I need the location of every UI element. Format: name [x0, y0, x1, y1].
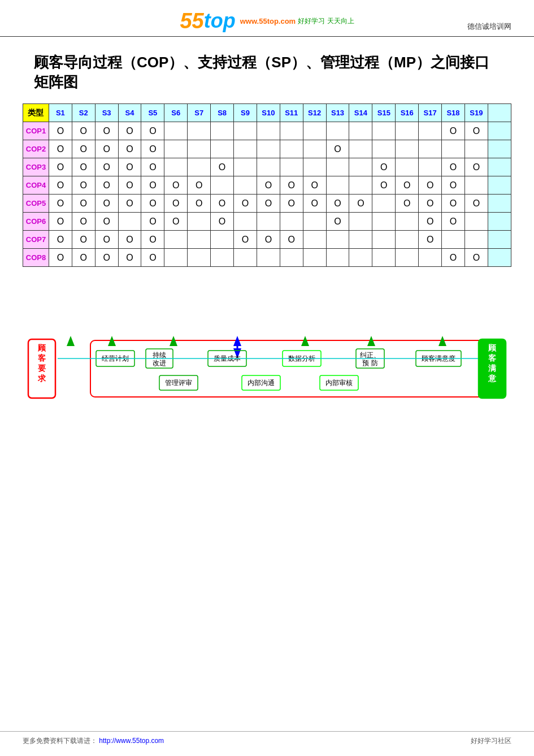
th-extra	[488, 104, 511, 122]
matrix-cell	[442, 140, 465, 158]
matrix-cell: O	[280, 231, 303, 249]
matrix-cell	[234, 249, 257, 267]
th-s-col: S4	[118, 104, 141, 122]
matrix-cell: O	[118, 176, 141, 195]
matrix-cell: O	[72, 195, 95, 213]
matrix-cell	[280, 140, 303, 158]
matrix-cell	[303, 122, 326, 140]
main-content: 类型S1S2S3S4S5S6S7S8S9S10S11S12S13S14S15S1…	[0, 103, 534, 414]
matrix-cell: O	[72, 176, 95, 195]
svg-text:顾: 顾	[37, 343, 46, 352]
matrix-cell: O	[49, 213, 72, 231]
matrix-cell: O	[303, 195, 326, 213]
matrix-cell	[464, 231, 488, 249]
footer-left: 更多免费资料下载请进： http://www.55top.com	[23, 736, 164, 746]
matrix-cell	[464, 213, 488, 231]
matrix-cell: O	[280, 176, 303, 195]
matrix-cell: O	[118, 231, 141, 249]
th-s-col: S3	[95, 104, 118, 122]
matrix-cell: O	[141, 231, 164, 249]
matrix-cell: O	[419, 176, 442, 195]
matrix-cell	[234, 213, 257, 231]
matrix-cell: O	[141, 249, 164, 267]
site-name: 德信诚培训网	[467, 21, 511, 32]
extra-col	[488, 213, 511, 231]
matrix-cell	[257, 140, 280, 158]
matrix-cell	[349, 122, 372, 140]
matrix-cell	[211, 176, 234, 195]
matrix-cell: O	[49, 158, 72, 176]
matrix-cell: O	[95, 249, 118, 267]
th-s-col: S1	[49, 104, 72, 122]
matrix-cell	[188, 213, 211, 231]
matrix-cell: O	[49, 122, 72, 140]
matrix-cell	[349, 231, 372, 249]
matrix-cell: O	[419, 195, 442, 213]
th-s-col: S11	[280, 104, 303, 122]
matrix-cell: O	[141, 176, 164, 195]
matrix-cell	[118, 213, 141, 231]
svg-text:满: 满	[488, 364, 496, 373]
matrix-cell	[303, 213, 326, 231]
matrix-cell	[372, 249, 396, 267]
th-s-col: S2	[72, 104, 95, 122]
matrix-cell	[349, 213, 372, 231]
matrix-cell: O	[49, 231, 72, 249]
svg-text:纠正、: 纠正、	[360, 351, 380, 359]
extra-col	[488, 122, 511, 140]
page-header: 55 top www.55top.com 好好学习 天天向上 德信诚培训网	[0, 0, 534, 37]
matrix-cell	[326, 249, 349, 267]
matrix-cell: O	[211, 213, 234, 231]
matrix-cell: O	[72, 213, 95, 231]
matrix-cell	[372, 231, 396, 249]
matrix-cell	[164, 158, 188, 176]
matrix-cell: O	[464, 249, 488, 267]
matrix-cell: O	[118, 140, 141, 158]
footer-link[interactable]: http://www.55top.com	[99, 737, 164, 745]
matrix-cell	[396, 231, 419, 249]
matrix-cell	[372, 213, 396, 231]
matrix-cell: O	[464, 195, 488, 213]
matrix-cell	[280, 158, 303, 176]
matrix-cell	[349, 176, 372, 195]
matrix-cell: O	[95, 176, 118, 195]
matrix-cell: O	[141, 213, 164, 231]
matrix-cell: O	[95, 231, 118, 249]
matrix-cell	[280, 249, 303, 267]
matrix-cell: O	[257, 195, 280, 213]
matrix-cell	[188, 231, 211, 249]
matrix-cell: O	[72, 122, 95, 140]
matrix-cell	[164, 231, 188, 249]
matrix-cell: O	[280, 195, 303, 213]
th-s-col: S10	[257, 104, 280, 122]
matrix-cell	[188, 158, 211, 176]
matrix-cell: O	[326, 195, 349, 213]
matrix-cell	[396, 213, 419, 231]
matrix-cell: O	[118, 195, 141, 213]
matrix-cell	[211, 231, 234, 249]
th-s-col: S9	[234, 104, 257, 122]
matrix-cell: O	[396, 176, 419, 195]
matrix-cell	[164, 122, 188, 140]
matrix-cell	[164, 249, 188, 267]
matrix-cell: O	[95, 140, 118, 158]
footer-right: 好好学习社区	[471, 736, 511, 746]
matrix-cell: O	[49, 176, 72, 195]
matrix-cell: O	[442, 213, 465, 231]
matrix-cell	[372, 122, 396, 140]
matrix-cell	[326, 158, 349, 176]
matrix-cell: O	[72, 140, 95, 158]
th-s-col: S17	[419, 104, 442, 122]
extra-col	[488, 140, 511, 158]
matrix-cell: O	[303, 176, 326, 195]
matrix-cell: O	[442, 195, 465, 213]
matrix-cell: O	[141, 195, 164, 213]
matrix-cell	[303, 158, 326, 176]
matrix-cell	[257, 249, 280, 267]
svg-text:改进: 改进	[153, 359, 166, 367]
matrix-cell: O	[118, 158, 141, 176]
logo-top: top	[204, 11, 236, 31]
matrix-cell: O	[372, 158, 396, 176]
th-s-col: S12	[303, 104, 326, 122]
matrix-cell	[326, 231, 349, 249]
